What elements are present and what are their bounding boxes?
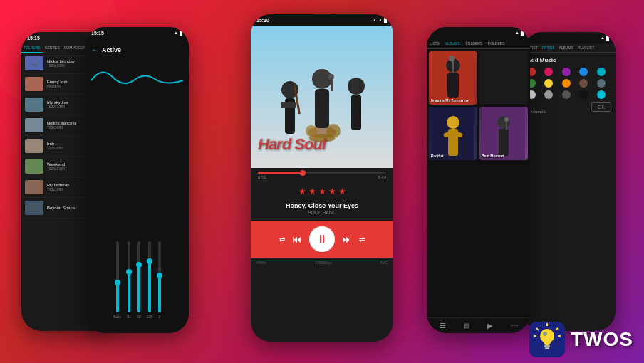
tab-lists[interactable]: LISTS xyxy=(427,38,442,48)
color-palette xyxy=(527,68,611,99)
color-dot-14[interactable] xyxy=(579,90,588,99)
twos-icon xyxy=(529,322,565,357)
tab-folders[interactable]: FOLDERS xyxy=(21,43,43,53)
color-dot-15[interactable] xyxy=(597,90,606,99)
tab-folders2[interactable]: FOLDERS xyxy=(462,38,485,48)
next-button[interactable]: ⏭ xyxy=(342,233,352,245)
queue-icon[interactable]: ⊟ xyxy=(464,322,469,330)
color-dot-13[interactable] xyxy=(562,90,571,99)
color-dot-8[interactable] xyxy=(562,79,571,88)
add-music-title: Add Music xyxy=(527,57,611,63)
color-dot-4[interactable] xyxy=(579,68,588,76)
player-controls: ⇄ ⏮ ⏸ ⏭ ⇌ xyxy=(251,221,393,258)
eq-label-bass: Bass xyxy=(113,315,121,319)
tab-genres[interactable]: GENRES xyxy=(43,43,62,53)
repeat-button[interactable]: ⇌ xyxy=(359,236,365,243)
color-dot-12[interactable] xyxy=(544,90,553,99)
eq-label-62: 62 xyxy=(137,315,141,319)
albums-grid: Imagine My Tomorrow Pacifist xyxy=(427,49,530,162)
thumb-6 xyxy=(25,159,43,174)
status-icons-3: ▲ ▲ ▉ xyxy=(373,18,388,23)
progress-bar[interactable] xyxy=(258,172,386,174)
progress-handle[interactable] xyxy=(300,170,306,176)
menu-icon[interactable]: ☰ xyxy=(440,322,446,330)
tab-artist2[interactable]: ARTIST xyxy=(540,43,557,52)
star-1[interactable]: ★ xyxy=(298,186,306,196)
color-dot-7[interactable] xyxy=(544,79,553,88)
album-title-4: Beat Moment xyxy=(482,154,526,158)
song-artist: SOUL BAND xyxy=(253,210,391,215)
album-title-3: Pacifist xyxy=(431,154,475,158)
album-card-3[interactable]: Pacifist xyxy=(429,107,477,160)
rating-stars[interactable]: ★ ★ ★ ★ ★ xyxy=(251,183,393,200)
tab-folders3[interactable]: FOLDERS xyxy=(485,38,508,48)
tab-albums[interactable]: ALBUMS xyxy=(442,38,463,48)
album-card-4[interactable]: Beat Moment xyxy=(479,107,528,160)
svg-rect-30 xyxy=(499,129,509,156)
eq-waveform xyxy=(91,59,183,102)
eq-title: Active xyxy=(102,46,121,53)
eq-header: ← Active xyxy=(91,46,183,53)
svg-point-29 xyxy=(497,116,510,129)
color-dot-10[interactable] xyxy=(597,79,606,88)
time-3: 15:10 xyxy=(256,18,269,23)
star-4[interactable]: ★ xyxy=(328,186,336,196)
bitrate-info: 10335kbps xyxy=(315,261,332,265)
album-title-1: Imagine My Tomorrow xyxy=(431,98,475,102)
color-dot-3[interactable] xyxy=(562,68,571,76)
equalizer-container: ← Active Bass 31 xyxy=(85,38,189,333)
time-total: 2:44 xyxy=(378,175,386,179)
eq-label-2k: 2 xyxy=(158,315,160,319)
svg-point-12 xyxy=(348,78,365,95)
thumb-2 xyxy=(25,77,43,91)
tab-albums5[interactable]: ALBUMS xyxy=(556,43,576,52)
format-info: AAC xyxy=(380,261,388,265)
back-button[interactable]: ← xyxy=(91,46,98,53)
status-bar-5: ▲ ▉ xyxy=(523,32,616,43)
svg-point-42 xyxy=(543,332,547,336)
shuffle-button[interactable]: ⇄ xyxy=(279,236,285,243)
signal-icon-4: ▲ xyxy=(515,31,519,35)
albums-tabs: LISTS ALBUMS FOLDERS FOLDERS xyxy=(427,38,530,49)
star-5[interactable]: ★ xyxy=(338,186,346,196)
phone-albums: ▲ ▉ LISTS ALBUMS FOLDERS FOLDERS Imagine… xyxy=(427,27,530,333)
dots-icon[interactable]: ⋯ xyxy=(511,322,518,330)
prev-button[interactable]: ⏮ xyxy=(292,233,302,245)
svg-text:🎬: 🎬 xyxy=(32,62,37,67)
ok-button[interactable]: OK xyxy=(591,102,611,112)
album-title: Hard Soul xyxy=(258,135,326,154)
signal-icon-2: ▲ xyxy=(174,31,178,35)
song-title: Honey, Close Your Eyes xyxy=(253,202,391,209)
eq-slider-bass: Bass xyxy=(113,241,121,319)
color-dot-5[interactable] xyxy=(597,68,606,76)
tab-playlist5[interactable]: PLAYLIST xyxy=(576,43,596,52)
svg-point-32 xyxy=(504,117,509,122)
album-card-1[interactable]: Imagine My Tomorrow xyxy=(429,51,477,105)
pause-button[interactable]: ⏸ xyxy=(309,226,335,252)
svg-point-21 xyxy=(449,56,455,61)
svg-rect-11 xyxy=(331,77,333,91)
album-card-2[interactable] xyxy=(479,51,528,105)
svg-rect-35 xyxy=(544,345,550,347)
time-current: 0:51 xyxy=(258,175,266,179)
svg-rect-6 xyxy=(281,102,296,108)
phone4-footer: ☰ ⊟ ▶ ⋯ xyxy=(427,317,530,333)
color-dot-9[interactable] xyxy=(579,79,588,88)
album-art: Hard Soul xyxy=(251,26,393,168)
twos-logo: TWOS xyxy=(529,322,633,357)
eq-label-125: 125 xyxy=(146,315,152,319)
player-footer: 44kHz 10335kbps AAC xyxy=(251,258,393,268)
status-bar-2: 15:15 ▲ ▉ xyxy=(85,27,189,38)
star-3[interactable]: ★ xyxy=(318,186,326,196)
progress-fill xyxy=(258,172,303,174)
svg-point-8 xyxy=(312,69,332,89)
color-dot-2[interactable] xyxy=(544,68,553,76)
thumb-4 xyxy=(25,118,43,132)
play-icon[interactable]: ▶ xyxy=(487,322,493,330)
quality-info: 44kHz xyxy=(256,261,266,265)
eq-label-31: 31 xyxy=(127,315,131,319)
star-2[interactable]: ★ xyxy=(308,186,316,196)
signal-icon-3: ▲ xyxy=(378,18,383,22)
phone-player: 15:10 ▲ ▲ ▉ xyxy=(251,14,393,342)
status-bar-4: ▲ ▉ xyxy=(427,27,530,38)
